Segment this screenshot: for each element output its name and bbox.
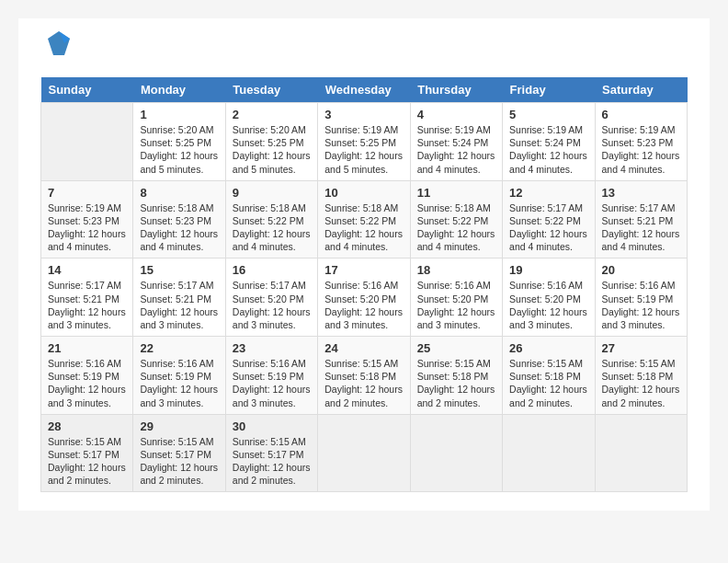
header-thursday: Thursday xyxy=(410,77,502,103)
calendar-week-2: 7Sunrise: 5:19 AM Sunset: 5:23 PM Daylig… xyxy=(41,180,688,259)
day-number: 1 xyxy=(140,108,218,121)
calendar-cell: 13Sunrise: 5:17 AM Sunset: 5:21 PM Dayli… xyxy=(595,180,687,259)
day-info: Sunrise: 5:15 AM Sunset: 5:18 PM Dayligh… xyxy=(602,357,680,409)
calendar-cell: 6Sunrise: 5:19 AM Sunset: 5:23 PM Daylig… xyxy=(595,103,687,181)
day-number: 9 xyxy=(233,186,311,200)
day-info: Sunrise: 5:15 AM Sunset: 5:18 PM Dayligh… xyxy=(509,357,587,409)
calendar-cell: 29Sunrise: 5:15 AM Sunset: 5:17 PM Dayli… xyxy=(133,414,225,492)
header-sunday: Sunday xyxy=(41,77,133,103)
day-number: 11 xyxy=(417,186,495,200)
day-info: Sunrise: 5:17 AM Sunset: 5:20 PM Dayligh… xyxy=(233,279,311,331)
day-number: 30 xyxy=(233,419,311,433)
logo xyxy=(40,37,72,63)
header-friday: Friday xyxy=(503,77,595,103)
header-tuesday: Tuesday xyxy=(225,77,317,103)
day-number: 19 xyxy=(509,263,587,277)
calendar-cell: 26Sunrise: 5:15 AM Sunset: 5:18 PM Dayli… xyxy=(503,337,595,415)
day-number: 16 xyxy=(233,263,311,277)
header-monday: Monday xyxy=(133,77,225,103)
day-info: Sunrise: 5:20 AM Sunset: 5:25 PM Dayligh… xyxy=(140,123,218,176)
calendar-cell: 1Sunrise: 5:20 AM Sunset: 5:25 PM Daylig… xyxy=(133,103,225,181)
day-number: 28 xyxy=(48,419,126,433)
day-info: Sunrise: 5:15 AM Sunset: 5:17 PM Dayligh… xyxy=(48,435,126,488)
day-number: 7 xyxy=(48,186,126,200)
calendar-week-5: 28Sunrise: 5:15 AM Sunset: 5:17 PM Dayli… xyxy=(41,414,688,492)
day-info: Sunrise: 5:18 AM Sunset: 5:22 PM Dayligh… xyxy=(324,201,403,254)
day-number: 21 xyxy=(48,341,126,355)
calendar-cell: 4Sunrise: 5:19 AM Sunset: 5:24 PM Daylig… xyxy=(410,103,502,181)
day-info: Sunrise: 5:18 AM Sunset: 5:22 PM Dayligh… xyxy=(417,201,495,254)
day-info: Sunrise: 5:16 AM Sunset: 5:19 PM Dayligh… xyxy=(48,357,126,409)
calendar-cell: 16Sunrise: 5:17 AM Sunset: 5:20 PM Dayli… xyxy=(225,259,317,337)
calendar-cell: 8Sunrise: 5:18 AM Sunset: 5:23 PM Daylig… xyxy=(133,180,225,259)
calendar-cell: 23Sunrise: 5:16 AM Sunset: 5:19 PM Dayli… xyxy=(225,337,317,415)
calendar-cell: 22Sunrise: 5:16 AM Sunset: 5:19 PM Dayli… xyxy=(133,337,225,415)
day-number: 26 xyxy=(509,341,587,355)
calendar-cell xyxy=(410,414,502,492)
day-info: Sunrise: 5:17 AM Sunset: 5:21 PM Dayligh… xyxy=(48,279,126,331)
logo-bird-icon xyxy=(46,29,72,59)
day-number: 4 xyxy=(417,108,495,121)
calendar-cell: 30Sunrise: 5:15 AM Sunset: 5:17 PM Dayli… xyxy=(225,414,317,492)
day-info: Sunrise: 5:19 AM Sunset: 5:24 PM Dayligh… xyxy=(509,123,587,176)
calendar-cell xyxy=(41,103,133,181)
calendar-cell: 25Sunrise: 5:15 AM Sunset: 5:18 PM Dayli… xyxy=(410,337,502,415)
day-info: Sunrise: 5:19 AM Sunset: 5:23 PM Dayligh… xyxy=(602,123,680,176)
day-number: 5 xyxy=(509,108,587,121)
day-info: Sunrise: 5:16 AM Sunset: 5:20 PM Dayligh… xyxy=(417,279,495,331)
calendar-cell xyxy=(595,414,687,492)
calendar-cell: 18Sunrise: 5:16 AM Sunset: 5:20 PM Dayli… xyxy=(410,259,502,337)
day-number: 3 xyxy=(324,108,403,121)
day-number: 15 xyxy=(140,263,218,277)
day-info: Sunrise: 5:18 AM Sunset: 5:22 PM Dayligh… xyxy=(233,201,311,254)
day-info: Sunrise: 5:15 AM Sunset: 5:18 PM Dayligh… xyxy=(417,357,495,409)
calendar-cell: 12Sunrise: 5:17 AM Sunset: 5:22 PM Dayli… xyxy=(503,180,595,259)
calendar-cell: 17Sunrise: 5:16 AM Sunset: 5:20 PM Dayli… xyxy=(318,259,410,337)
day-info: Sunrise: 5:16 AM Sunset: 5:20 PM Dayligh… xyxy=(324,279,403,331)
header-wednesday: Wednesday xyxy=(318,77,410,103)
day-number: 13 xyxy=(602,186,680,200)
day-number: 24 xyxy=(324,341,403,355)
calendar-week-3: 14Sunrise: 5:17 AM Sunset: 5:21 PM Dayli… xyxy=(41,259,688,337)
day-number: 8 xyxy=(140,186,218,200)
day-number: 27 xyxy=(602,341,680,355)
calendar-table: SundayMondayTuesdayWednesdayThursdayFrid… xyxy=(40,77,688,492)
day-number: 29 xyxy=(140,419,218,433)
day-info: Sunrise: 5:15 AM Sunset: 5:17 PM Dayligh… xyxy=(140,435,218,488)
calendar-cell: 15Sunrise: 5:17 AM Sunset: 5:21 PM Dayli… xyxy=(133,259,225,337)
calendar-cell: 11Sunrise: 5:18 AM Sunset: 5:22 PM Dayli… xyxy=(410,180,502,259)
calendar-cell: 24Sunrise: 5:15 AM Sunset: 5:18 PM Dayli… xyxy=(318,337,410,415)
day-number: 12 xyxy=(509,186,587,200)
calendar-cell: 5Sunrise: 5:19 AM Sunset: 5:24 PM Daylig… xyxy=(503,103,595,181)
day-number: 17 xyxy=(324,263,403,277)
day-number: 22 xyxy=(140,341,218,355)
day-number: 14 xyxy=(48,263,126,277)
day-info: Sunrise: 5:17 AM Sunset: 5:22 PM Dayligh… xyxy=(509,201,587,254)
main-container: SundayMondayTuesdayWednesdayThursdayFrid… xyxy=(18,18,710,511)
calendar-cell: 9Sunrise: 5:18 AM Sunset: 5:22 PM Daylig… xyxy=(225,180,317,259)
day-number: 20 xyxy=(602,263,680,277)
calendar-cell: 27Sunrise: 5:15 AM Sunset: 5:18 PM Dayli… xyxy=(595,337,687,415)
header-saturday: Saturday xyxy=(595,77,687,103)
day-number: 18 xyxy=(417,263,495,277)
calendar-week-4: 21Sunrise: 5:16 AM Sunset: 5:19 PM Dayli… xyxy=(41,337,688,415)
day-info: Sunrise: 5:17 AM Sunset: 5:21 PM Dayligh… xyxy=(140,279,218,331)
calendar-cell: 19Sunrise: 5:16 AM Sunset: 5:20 PM Dayli… xyxy=(503,259,595,337)
day-info: Sunrise: 5:17 AM Sunset: 5:21 PM Dayligh… xyxy=(602,201,680,254)
calendar-cell: 20Sunrise: 5:16 AM Sunset: 5:19 PM Dayli… xyxy=(595,259,687,337)
calendar-week-1: 1Sunrise: 5:20 AM Sunset: 5:25 PM Daylig… xyxy=(41,103,688,181)
day-info: Sunrise: 5:19 AM Sunset: 5:25 PM Dayligh… xyxy=(324,123,403,176)
calendar-cell: 2Sunrise: 5:20 AM Sunset: 5:25 PM Daylig… xyxy=(225,103,317,181)
day-info: Sunrise: 5:16 AM Sunset: 5:19 PM Dayligh… xyxy=(602,279,680,331)
calendar-cell: 7Sunrise: 5:19 AM Sunset: 5:23 PM Daylig… xyxy=(41,180,133,259)
day-info: Sunrise: 5:19 AM Sunset: 5:23 PM Dayligh… xyxy=(48,201,126,254)
day-number: 10 xyxy=(324,186,403,200)
calendar-cell: 3Sunrise: 5:19 AM Sunset: 5:25 PM Daylig… xyxy=(318,103,410,181)
day-info: Sunrise: 5:19 AM Sunset: 5:24 PM Dayligh… xyxy=(417,123,495,176)
day-number: 2 xyxy=(233,108,311,121)
calendar-cell: 28Sunrise: 5:15 AM Sunset: 5:17 PM Dayli… xyxy=(41,414,133,492)
day-number: 23 xyxy=(233,341,311,355)
day-info: Sunrise: 5:16 AM Sunset: 5:20 PM Dayligh… xyxy=(509,279,587,331)
calendar-cell xyxy=(318,414,410,492)
day-number: 25 xyxy=(417,341,495,355)
